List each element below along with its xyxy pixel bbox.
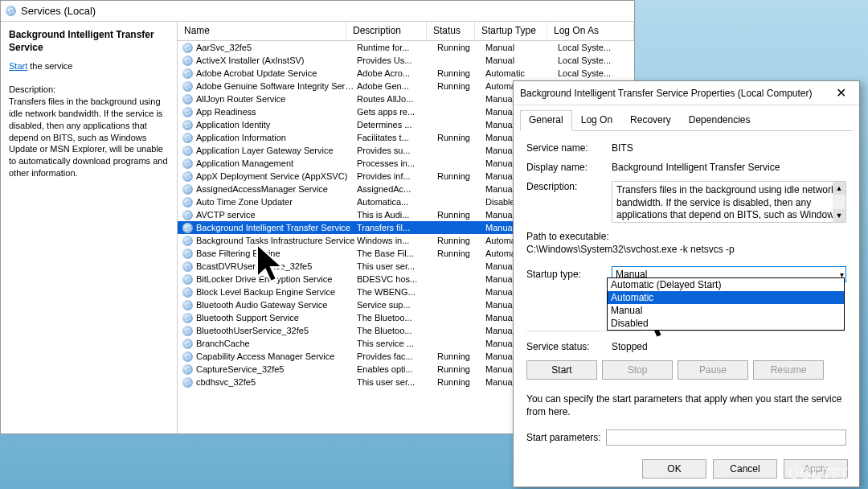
service-name: Background Tasks Infrastructure Service: [196, 236, 357, 245]
service-name: AppX Deployment Service (AppXSVC): [196, 171, 357, 181]
service-name: Bluetooth Audio Gateway Service: [196, 300, 357, 310]
service-name: CaptureService_32fe5: [196, 364, 357, 374]
service-name: Capability Access Manager Service: [196, 351, 357, 361]
col-description[interactable]: Description: [346, 22, 427, 40]
ok-button[interactable]: OK: [642, 459, 706, 479]
service-name: AssignedAccessManager Service: [196, 184, 357, 194]
service-desc: AssignedAc...: [357, 184, 437, 194]
start-params-input[interactable]: [606, 429, 846, 446]
resume-button[interactable]: Resume: [753, 360, 824, 380]
service-desc: Processes in...: [357, 158, 437, 168]
path-value: C:\Windows\System32\svchost.exe -k netsv…: [526, 244, 846, 255]
service-desc: The Bluetoo...: [357, 313, 437, 323]
gear-icon: [182, 133, 193, 143]
start-service-line: Start the service: [9, 60, 169, 72]
service-name: Bluetooth Support Service: [196, 313, 357, 323]
gear-icon: [182, 313, 193, 323]
service-desc: Service sup...: [357, 300, 437, 310]
service-logon: Local Syste...: [558, 55, 634, 65]
dropdown-option[interactable]: Disabled: [608, 317, 844, 330]
selected-service-title: Background Intelligent Transfer Service: [9, 28, 169, 54]
service-desc: BDESVC hos...: [357, 274, 437, 284]
gear-icon: [182, 197, 193, 208]
service-name: BluetoothUserService_32fe5: [196, 326, 357, 335]
service-name: BitLocker Drive Encryption Service: [196, 274, 357, 284]
service-desc: Adobe Gen...: [357, 81, 437, 91]
service-name-value: BITS: [612, 142, 846, 154]
service-desc: This user ser...: [357, 261, 437, 271]
service-status: Running: [437, 377, 485, 387]
service-desc: Provides su...: [357, 146, 437, 155]
service-name: AVCTP service: [196, 210, 357, 220]
startup-type-dropdown: Automatic (Delayed Start)AutomaticManual…: [607, 277, 845, 331]
gear-icon: [182, 249, 193, 259]
service-desc: Routes AllJo...: [357, 94, 437, 104]
col-startup[interactable]: Startup Type: [475, 22, 547, 40]
col-name[interactable]: Name: [178, 22, 346, 40]
service-desc: Provides Us...: [357, 55, 437, 65]
gear-icon: [182, 351, 193, 362]
service-status: Running: [437, 81, 485, 91]
description-label: Description:: [526, 181, 612, 192]
gear-icon: [182, 261, 193, 272]
service-row[interactable]: Adobe Acrobat Update Service Adobe Acro.…: [178, 67, 634, 80]
start-service-link[interactable]: Start: [9, 61, 27, 71]
gear-icon: [182, 300, 193, 310]
scrollbar[interactable]: ▲ ▼: [833, 182, 845, 222]
service-name: Adobe Acrobat Update Service: [196, 68, 357, 78]
service-status: Running: [437, 351, 485, 361]
gear-icon: [182, 158, 193, 169]
service-status: Running: [437, 236, 485, 245]
scroll-up-icon[interactable]: ▲: [833, 182, 845, 195]
note-text: You can specify the start parameters tha…: [526, 392, 846, 418]
tab-general[interactable]: General: [520, 110, 572, 131]
gear-icon: [182, 68, 193, 79]
service-row[interactable]: AarSvc_32fe5 Runtime for... Running Manu…: [178, 41, 634, 54]
close-icon[interactable]: ✕: [829, 85, 853, 101]
gear-icon: [182, 339, 193, 349]
service-name: Application Management: [196, 158, 357, 168]
service-startup: Manual: [485, 55, 558, 65]
gear-icon: [182, 236, 193, 246]
dropdown-option[interactable]: Automatic: [608, 291, 844, 304]
stop-button[interactable]: Stop: [602, 360, 673, 380]
gear-icon: [182, 43, 193, 53]
service-startup: Manual: [485, 43, 558, 52]
dropdown-option[interactable]: Manual: [608, 304, 844, 317]
tab-log-on[interactable]: Log On: [572, 110, 621, 130]
service-desc: Determines ...: [357, 120, 437, 129]
service-status: Running: [437, 68, 485, 78]
detail-panel: Background Intelligent Transfer Service …: [1, 22, 178, 434]
service-status: Running: [437, 364, 485, 374]
pause-button[interactable]: Pause: [678, 360, 748, 380]
service-row[interactable]: ActiveX Installer (AxInstSV) Provides Us…: [178, 54, 634, 67]
service-status-label: Service status:: [526, 341, 612, 352]
tabs: GeneralLog OnRecoveryDependencies: [520, 110, 853, 131]
display-name-value: Background Intelligent Transfer Service: [612, 162, 846, 173]
service-logon: Local Syste...: [558, 68, 634, 78]
service-desc: The Base Fil...: [357, 249, 437, 258]
service-name: cbdhsvc_32fe5: [196, 377, 357, 387]
service-desc: Runtime for...: [357, 43, 437, 52]
service-desc: Automatica...: [357, 197, 437, 207]
service-desc: This is Audi...: [357, 210, 437, 220]
properties-dialog: Background Intelligent Transfer Service …: [513, 80, 860, 487]
description-text: Transfers files in the background using …: [9, 96, 169, 179]
tab-dependencies[interactable]: Dependencies: [680, 110, 760, 130]
dropdown-option[interactable]: Automatic (Delayed Start): [608, 278, 844, 291]
service-startup: Automatic: [485, 68, 558, 78]
scroll-down-icon[interactable]: ▼: [833, 209, 845, 222]
service-status: Running: [437, 210, 485, 220]
start-params-label: Start parameters:: [526, 432, 601, 443]
service-desc: Adobe Acro...: [357, 68, 437, 78]
cancel-button[interactable]: Cancel: [713, 459, 777, 479]
gear-icon: [182, 184, 193, 195]
description-label: Description:: [9, 84, 169, 96]
service-desc: Facilitates t...: [357, 133, 437, 142]
services-header: Services (Local): [1, 1, 634, 22]
tab-recovery[interactable]: Recovery: [621, 110, 680, 130]
col-logon[interactable]: Log On As: [547, 22, 634, 40]
start-button[interactable]: Start: [526, 360, 597, 380]
startup-type-label: Startup type:: [526, 269, 612, 280]
col-status[interactable]: Status: [427, 22, 475, 40]
